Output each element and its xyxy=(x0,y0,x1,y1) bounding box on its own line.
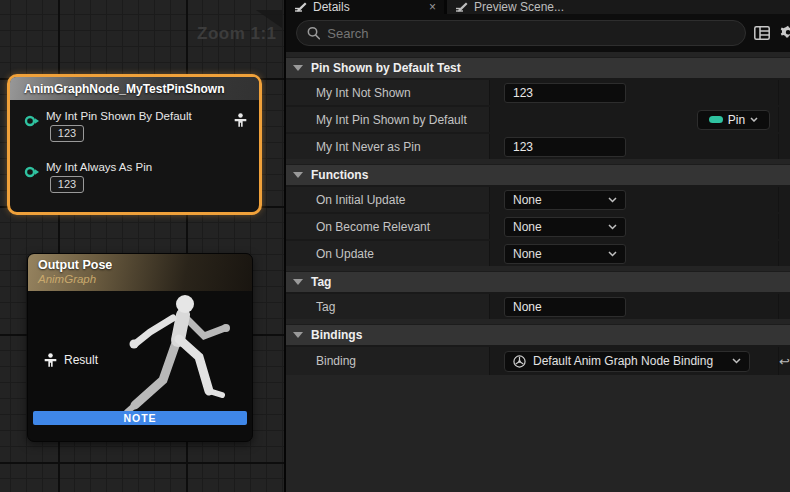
pin-dropdown-label: Pin xyxy=(728,113,745,127)
node-pin-row: My Int Always As Pin 123 xyxy=(24,161,152,193)
result-pin[interactable]: Result xyxy=(44,353,98,367)
int-pin-icon[interactable] xyxy=(24,115,40,130)
section-title: Pin Shown by Default Test xyxy=(311,61,461,75)
tag-input[interactable] xyxy=(504,297,626,317)
property-row-my-int-pin-shown-by-default: My Int Pin Shown by Default Pin xyxy=(286,105,790,132)
collapse-arrow-icon xyxy=(293,65,303,71)
property-label: My Int Not Shown xyxy=(286,80,490,105)
property-label: On Become Relevant xyxy=(286,214,490,239)
search-row xyxy=(286,14,790,52)
property-label: Tag xyxy=(286,294,490,319)
property-row-tag: Tag xyxy=(286,292,790,319)
pose-pin-icon[interactable] xyxy=(234,113,247,130)
collapse-arrow-icon xyxy=(293,332,303,338)
property-row-my-int-never-as-pin: My Int Never as Pin xyxy=(286,132,790,159)
collapse-arrow-icon xyxy=(293,172,303,178)
chevron-down-icon xyxy=(750,117,758,122)
pin-value-input[interactable]: 123 xyxy=(50,176,84,193)
section-title: Functions xyxy=(311,168,368,182)
property-row-binding: Binding Default Anim Graph Node Binding … xyxy=(286,345,790,375)
section-header[interactable]: Pin Shown by Default Test xyxy=(286,57,790,78)
on-initial-update-dropdown[interactable]: None xyxy=(504,190,626,210)
chevron-down-icon xyxy=(608,251,617,257)
int-pin-icon[interactable] xyxy=(24,166,40,181)
display-filter-icon[interactable] xyxy=(754,26,770,40)
chevron-down-icon xyxy=(608,224,617,230)
reset-to-default-icon[interactable]: ↩ xyxy=(779,354,790,369)
section-title: Bindings xyxy=(311,328,362,342)
property-row-on-initial-update: On Initial Update None xyxy=(286,185,790,212)
unreal-editor-window: Zoom 1:1 AnimGraphNode_MyTestPinShown My… xyxy=(0,0,790,492)
tab-bar: Details × Preview Scene... xyxy=(286,0,790,14)
section-functions: Functions On Initial Update None On Beco… xyxy=(286,164,790,266)
details-panel: Details × Preview Scene... xyxy=(286,0,790,492)
settings-gear-icon[interactable] xyxy=(780,25,790,41)
section-header[interactable]: Functions xyxy=(286,164,790,185)
anim-node-title: AnimGraphNode_MyTestPinShown xyxy=(10,77,259,100)
section-header[interactable]: Bindings xyxy=(286,324,790,345)
pin-mode-dropdown[interactable]: Pin xyxy=(697,110,770,130)
property-row-my-int-not-shown: My Int Not Shown xyxy=(286,78,790,105)
binding-dropdown[interactable]: Default Anim Graph Node Binding xyxy=(504,351,750,372)
dropdown-value: None xyxy=(513,220,542,234)
my-int-not-shown-input[interactable] xyxy=(504,83,626,103)
pin-label: My Int Always As Pin xyxy=(46,161,152,173)
preview-scene-tab-icon xyxy=(455,2,468,13)
output-pose-body: Result NOTE xyxy=(28,291,252,429)
chevron-down-icon xyxy=(608,197,617,203)
output-pose-title-bar: Output Pose AnimGraph xyxy=(28,254,252,291)
property-row-on-become-relevant: On Become Relevant None xyxy=(286,212,790,239)
on-become-relevant-dropdown[interactable]: None xyxy=(504,217,626,237)
on-update-dropdown[interactable]: None xyxy=(504,244,626,264)
tab-details[interactable]: Details × xyxy=(286,0,444,14)
my-int-never-as-pin-input[interactable] xyxy=(504,137,626,157)
pin-value-input[interactable]: 123 xyxy=(50,125,84,142)
output-pose-subtitle: AnimGraph xyxy=(38,273,252,285)
property-label: On Update xyxy=(286,241,490,266)
tab-close-icon[interactable]: × xyxy=(429,1,436,13)
binding-class-icon xyxy=(513,355,526,368)
anim-graph-canvas[interactable]: Zoom 1:1 AnimGraphNode_MyTestPinShown My… xyxy=(0,0,284,492)
binding-dropdown-value: Default Anim Graph Node Binding xyxy=(533,354,713,368)
node-pin-row: My Int Pin Shown By Default 123 xyxy=(24,110,192,142)
section-pin-shown-by-default-test: Pin Shown by Default Test My Int Not Sho… xyxy=(286,57,790,159)
tab-details-label: Details xyxy=(313,0,350,14)
dropdown-value: None xyxy=(513,247,542,261)
tab-preview-scene-label: Preview Scene... xyxy=(474,0,564,14)
chevron-down-icon xyxy=(732,358,741,364)
property-label: My Int Never as Pin xyxy=(286,134,490,159)
pin-pill-icon xyxy=(709,116,723,123)
collapse-arrow-icon xyxy=(293,279,303,285)
output-pose-title: Output Pose xyxy=(38,258,252,272)
section-bindings: Bindings Binding Default Anim Graph Node… xyxy=(286,324,790,375)
section-header[interactable]: Tag xyxy=(286,271,790,292)
property-label: Binding xyxy=(286,347,490,375)
dropdown-value: None xyxy=(513,193,542,207)
anim-graph-node[interactable]: AnimGraphNode_MyTestPinShown My Int Pin … xyxy=(7,74,262,215)
details-content: Pin Shown by Default Test My Int Not Sho… xyxy=(286,52,790,492)
result-pin-label: Result xyxy=(64,353,98,367)
search-icon xyxy=(307,26,320,40)
pin-label: My Int Pin Shown By Default xyxy=(46,110,192,122)
property-label: On Initial Update xyxy=(286,187,490,212)
note-banner[interactable]: NOTE xyxy=(33,411,247,425)
graph-corner-shade xyxy=(256,10,282,28)
tab-preview-scene[interactable]: Preview Scene... xyxy=(447,0,637,14)
property-row-on-update: On Update None xyxy=(286,239,790,266)
section-tag: Tag Tag xyxy=(286,271,790,319)
output-pose-node[interactable]: Output Pose AnimGraph xyxy=(27,253,253,442)
search-box[interactable] xyxy=(296,20,746,46)
property-label: My Int Pin Shown by Default xyxy=(286,107,490,132)
details-tab-icon xyxy=(294,2,307,13)
section-title: Tag xyxy=(311,275,331,289)
pose-pin-icon xyxy=(44,353,57,367)
search-input[interactable] xyxy=(327,26,735,41)
